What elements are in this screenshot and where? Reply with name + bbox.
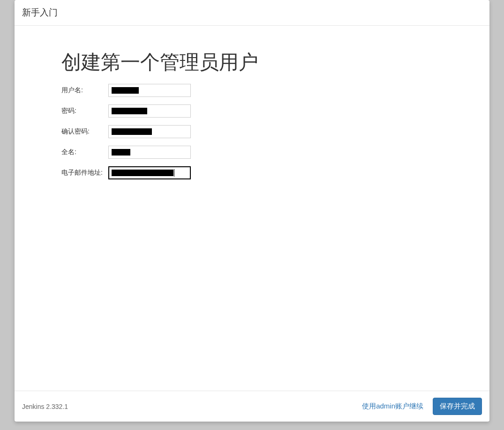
modal-footer: Jenkins 2.332.1 使用admin账户继续 保存并完成 <box>15 391 489 422</box>
form-row-email: 电子邮件地址: <box>61 166 443 179</box>
form-row-confirm-password: 确认密码: <box>61 125 443 138</box>
setup-modal: 新手入门 创建第一个管理员用户 用户名: 密码: 确认密码: 全名: <box>15 0 489 422</box>
password-input[interactable] <box>108 104 191 118</box>
redacted-value <box>112 170 173 176</box>
form-row-fullname: 全名: <box>61 146 443 159</box>
username-input[interactable] <box>108 84 191 97</box>
save-and-finish-button[interactable]: 保存并完成 <box>433 398 482 415</box>
form-row-password: 密码: <box>61 104 443 118</box>
text-caret <box>174 169 174 177</box>
password-label: 密码: <box>61 107 108 115</box>
confirm-password-label: 确认密码: <box>61 127 108 136</box>
fullname-input[interactable] <box>108 146 191 159</box>
modal-body: 创建第一个管理员用户 用户名: 密码: 确认密码: 全名: <box>15 26 489 391</box>
redacted-value <box>112 128 152 135</box>
footer-actions: 使用admin账户继续 保存并完成 <box>358 398 482 415</box>
redacted-value <box>112 87 139 94</box>
version-label: Jenkins 2.332.1 <box>22 403 68 410</box>
page-title: 创建第一个管理员用户 <box>61 49 443 75</box>
modal-header: 新手入门 <box>15 0 489 26</box>
form-row-username: 用户名: <box>61 84 443 97</box>
email-input[interactable] <box>108 166 191 179</box>
redacted-value <box>112 149 130 156</box>
username-label: 用户名: <box>61 86 108 95</box>
modal-title: 新手入门 <box>22 7 58 17</box>
redacted-value <box>112 108 147 114</box>
email-label: 电子邮件地址: <box>61 169 108 177</box>
skip-admin-link[interactable]: 使用admin账户继续 <box>358 399 427 414</box>
confirm-password-input[interactable] <box>108 125 191 138</box>
fullname-label: 全名: <box>61 148 108 156</box>
